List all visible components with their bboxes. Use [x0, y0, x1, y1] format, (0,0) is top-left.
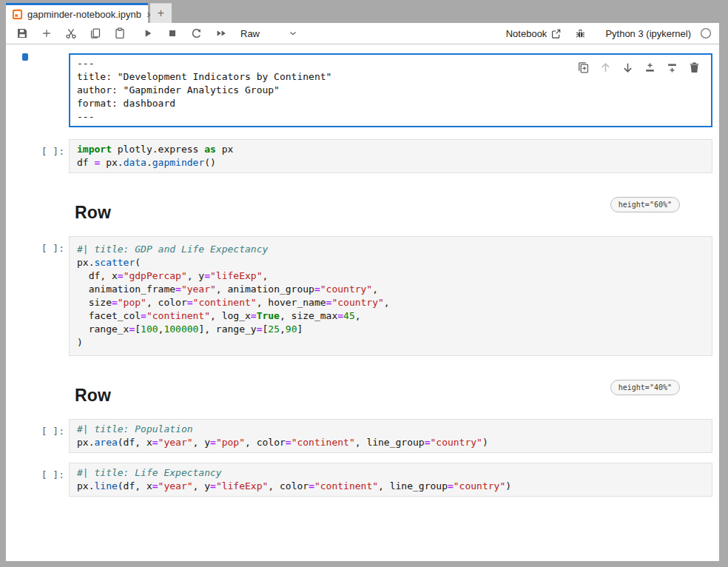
move-up-icon: [598, 60, 613, 76]
cell-type-value: Raw: [240, 28, 260, 39]
cut-icon: [65, 27, 77, 39]
cell-population[interactable]: [ ]: #| title: Populationpx.area(df, x="…: [6, 419, 719, 453]
open-notebook-view-button[interactable]: Notebook: [506, 28, 562, 39]
input-prompt: [ ]:: [6, 236, 69, 254]
debugger-bug-icon[interactable]: [575, 28, 586, 39]
fast-forward-icon: [215, 27, 227, 39]
paste-icon: [114, 27, 126, 39]
cell-collapser[interactable]: [22, 236, 28, 254]
code-area[interactable]: #| title: Life Expectancypx.line(df, x="…: [70, 463, 712, 496]
paste-cells-button[interactable]: [109, 24, 130, 42]
cell-yaml-frontmatter[interactable]: ---title: "Development Indicators by Con…: [6, 53, 719, 127]
duplicate-cell-icon[interactable]: [576, 60, 591, 76]
toolbar-right: Notebook Python 3 (ipykernel): [506, 27, 712, 39]
stop-icon: [167, 28, 178, 38]
cell-collapser[interactable]: [22, 463, 28, 480]
delete-cell-icon[interactable]: [687, 60, 702, 76]
run-all-cells-button[interactable]: [211, 24, 232, 42]
notebook-file-icon: [12, 9, 23, 20]
cell-gutter: [ ]:: [6, 419, 69, 437]
input-prompt: [ ]:: [6, 463, 69, 480]
cell-gutter: [ ]:: [6, 463, 69, 480]
restart-kernel-button[interactable]: [186, 24, 207, 42]
run-cell-button[interactable]: [138, 24, 158, 42]
cell-collapser[interactable]: [22, 53, 28, 61]
cell-editor-scatter[interactable]: #| title: GDP and Life Expectancypx.scat…: [69, 236, 712, 356]
copy-icon: [90, 27, 101, 39]
code-area[interactable]: #| title: GDP and Life Expectancypx.scat…: [70, 237, 712, 355]
kernel-name-label[interactable]: Python 3 (ipykernel): [605, 28, 691, 39]
cell-imports[interactable]: [ ]: import plotly.express as pxdf = px.…: [6, 139, 719, 173]
copy-cells-button[interactable]: [85, 24, 106, 42]
cell-gutter: [6, 53, 69, 61]
tab-bar: gapminder-notebook.ipynb × +: [6, 3, 719, 23]
new-tab-button[interactable]: +: [150, 3, 172, 23]
cell-collapser[interactable]: [22, 139, 28, 157]
cell-collapser[interactable]: [22, 419, 28, 437]
cell-gutter: [ ]:: [6, 236, 69, 254]
height-badge: height="40%": [610, 380, 680, 395]
notebook-scroll-area[interactable]: ---title: "Development Indicators by Con…: [6, 44, 719, 561]
input-prompt: [ ]:: [6, 419, 69, 437]
cut-cells-button[interactable]: [61, 24, 81, 42]
cell-markdown-row1[interactable]: height="60%" Row: [6, 185, 719, 226]
cell-collapser[interactable]: [22, 185, 28, 192]
cell-type-dropdown[interactable]: Raw: [240, 28, 298, 39]
cell-collapser[interactable]: [22, 368, 28, 375]
code-area[interactable]: #| title: Populationpx.area(df, x="year"…: [70, 420, 712, 452]
tab-title: gapminder-notebook.ipynb: [27, 9, 141, 20]
cell-toolbar: [576, 60, 702, 76]
cell-editor-population[interactable]: #| title: Populationpx.area(df, x="year"…: [69, 419, 712, 453]
add-icon: [41, 28, 52, 38]
cell-life-expectancy[interactable]: [ ]: #| title: Life Expectancypx.line(df…: [6, 463, 719, 497]
plus-icon: +: [158, 7, 164, 20]
chevron-down-icon: [288, 28, 298, 38]
save-button[interactable]: [12, 24, 33, 42]
input-prompt: [ ]:: [6, 139, 69, 157]
code-area[interactable]: import plotly.express as pxdf = px.data.…: [70, 140, 712, 172]
notebook-toolbar: Raw Notebook Python 3 (ipykernel): [6, 23, 719, 44]
cell-editor-yaml[interactable]: ---title: "Development Indicators by Con…: [69, 53, 712, 127]
height-badge: height="60%": [610, 197, 680, 212]
insert-above-icon[interactable]: [642, 60, 658, 76]
cell-gutter: [ ]:: [6, 139, 69, 157]
external-link-icon: [550, 28, 562, 39]
save-icon: [16, 27, 28, 39]
kernel-status-icon[interactable]: [700, 27, 712, 39]
tab-gapminder-notebook[interactable]: gapminder-notebook.ipynb ×: [6, 3, 148, 23]
move-down-icon[interactable]: [620, 60, 636, 76]
notebook-view-label: Notebook: [506, 28, 547, 39]
run-icon: [143, 28, 153, 38]
insert-cell-button[interactable]: [36, 24, 57, 42]
cell-editor-life-expectancy[interactable]: #| title: Life Expectancypx.line(df, x="…: [69, 463, 712, 497]
cell-markdown-row2[interactable]: height="40%" Row: [6, 368, 719, 409]
cell-editor-imports[interactable]: import plotly.express as pxdf = px.data.…: [69, 139, 712, 173]
cell-scatter[interactable]: [ ]: #| title: GDP and Life Expectancypx…: [6, 236, 719, 356]
cell-gutter: [6, 368, 69, 375]
restart-icon: [191, 27, 203, 39]
cell-gutter: [6, 185, 69, 192]
interrupt-kernel-button[interactable]: [162, 24, 183, 42]
markdown-rendered: height="60%" Row: [69, 185, 712, 226]
markdown-rendered: height="40%" Row: [69, 368, 712, 409]
insert-below-icon[interactable]: [664, 60, 680, 76]
